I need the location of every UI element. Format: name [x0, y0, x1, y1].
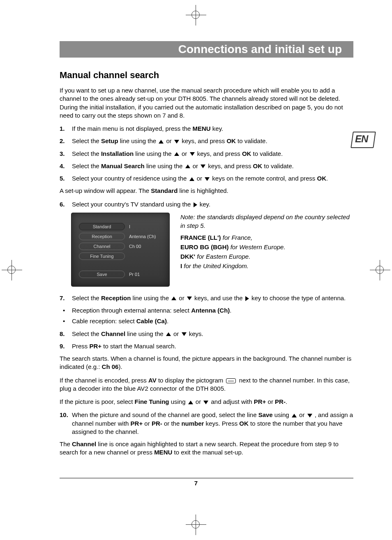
crop-mark-right	[370, 260, 390, 280]
page-footer-rule	[60, 478, 353, 478]
after-9b: If the channel is encoded, press AV to d…	[60, 376, 353, 393]
step-3: 3. Select the Installation line using th…	[60, 150, 353, 158]
section-heading: Manual channel search	[60, 70, 353, 81]
shot-value-channel: Ch 00	[129, 244, 141, 249]
down-arrow-icon	[201, 165, 205, 168]
down-arrow-icon	[307, 414, 312, 417]
up-arrow-icon	[159, 140, 164, 144]
content-area: Connections and initial set up Manual ch…	[60, 41, 353, 462]
shot-label-finetuning: Fine Tuning	[79, 253, 125, 260]
shot-label-save: Save	[79, 271, 125, 278]
standards-notes: Note: the standards displayed depend on …	[180, 213, 353, 271]
shot-label-standard: Standard	[79, 223, 125, 230]
up-arrow-icon	[185, 165, 190, 168]
after-9c: If the picture is poor, select Fine Tuni…	[60, 398, 353, 406]
chapter-header: Connections and initial set up	[60, 41, 353, 58]
tv-menu-screenshot: StandardI ReceptionAntenna (Ch) ChannelC…	[71, 213, 170, 287]
right-arrow-icon	[194, 202, 197, 207]
step-7: 7. Select the Reception line using the o…	[60, 294, 353, 302]
steps-list: 1. If the main menu is not displayed, pr…	[60, 125, 353, 183]
chapter-title: Connections and initial set up	[178, 43, 342, 56]
shot-label-reception: Reception	[79, 233, 125, 240]
standards-note-intro: Note: the standards displayed depend on …	[180, 213, 353, 230]
shot-value-standard: I	[129, 224, 130, 229]
right-arrow-icon	[245, 296, 249, 301]
step-2: 2. Select the Setup line using the or ke…	[60, 137, 353, 145]
crop-mark-bottom	[186, 515, 206, 535]
step-4: 4. Select the Manual Search line using t…	[60, 162, 353, 170]
up-arrow-icon	[292, 414, 297, 417]
steps-list-4: 8. Select the Channel line using the or …	[60, 330, 353, 351]
steps-list-5: 10. When the picture and sound of the ch…	[60, 411, 353, 436]
screenshot-row: StandardI ReceptionAntenna (Ch) ChannelC…	[71, 213, 353, 287]
steps-list-3: 7. Select the Reception line using the o…	[60, 294, 353, 302]
up-arrow-icon	[188, 401, 193, 404]
crop-mark-left	[2, 260, 22, 280]
shot-value-reception: Antenna (Ch)	[129, 234, 156, 239]
step-7-sublist: Reception through external antenna: sele…	[60, 306, 353, 326]
after-9a: The search starts. When a channel is fou…	[60, 355, 353, 371]
step-9: 9. Press PR+ to start the Manual search.	[60, 342, 353, 350]
steps-list-2: 6. Select your country's TV standard usi…	[60, 200, 353, 209]
intro-paragraph: If you want to set up a new channel, use…	[60, 86, 353, 120]
crop-mark-top	[186, 5, 206, 25]
closing-paragraph: The Channel line is once again highlight…	[60, 440, 353, 457]
step-5: 5. Select your country of residence usin…	[60, 174, 353, 183]
shot-value-save: Pr 01	[129, 272, 140, 277]
step-10: 10. When the picture and sound of the ch…	[60, 411, 353, 436]
language-badge-text: EN	[355, 133, 368, 145]
up-arrow-icon	[166, 332, 171, 336]
down-arrow-icon	[205, 177, 210, 181]
encoded-pictogram-icon	[226, 378, 236, 383]
down-arrow-icon	[187, 297, 192, 300]
down-arrow-icon	[174, 140, 179, 144]
step-6: 6. Select your country's TV standard usi…	[60, 200, 353, 209]
down-arrow-icon	[203, 401, 208, 404]
shot-label-channel: Channel	[79, 243, 125, 250]
up-arrow-icon	[189, 177, 194, 181]
step-8: 8. Select the Channel line using the or …	[60, 330, 353, 338]
step-7-sub-b: Cable reception: select Cable (Ca).	[60, 317, 353, 325]
step-1: 1. If the main menu is not displayed, pr…	[60, 125, 353, 133]
up-arrow-icon	[171, 297, 176, 300]
down-arrow-icon	[182, 332, 187, 336]
page-number: 7	[0, 480, 392, 487]
up-arrow-icon	[174, 152, 179, 156]
step-7-sub-a: Reception through external antenna: sele…	[60, 306, 353, 315]
between-5-6: A set-up window will appear. The Standar…	[60, 187, 353, 195]
manual-page: EN Connections and initial set up Manual…	[0, 0, 392, 540]
down-arrow-icon	[190, 152, 195, 156]
